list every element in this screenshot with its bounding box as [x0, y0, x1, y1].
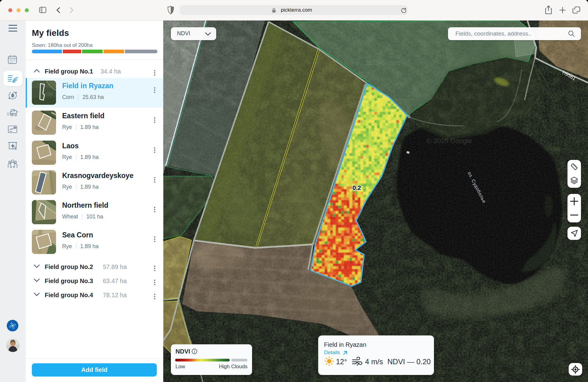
svg-text:0.2: 0.2: [352, 184, 361, 191]
svg-text:2025 Google: 2025 Google: [212, 35, 247, 42]
svg-text:2025 Google: 2025 Google: [365, 59, 401, 66]
svg-text:© 2025 Google: © 2025 Google: [427, 137, 472, 145]
